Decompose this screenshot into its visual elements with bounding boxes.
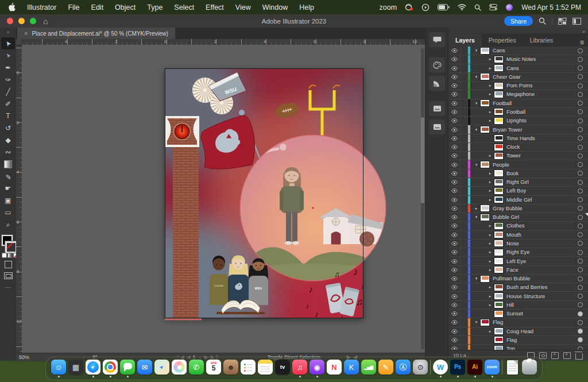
tool-shaper-tool[interactable]: ◆ (1, 134, 15, 146)
target-circle[interactable] (578, 83, 583, 88)
layer-name[interactable]: Clothes (506, 223, 578, 229)
dock-item-calendar[interactable]: 5 APR (206, 360, 221, 377)
expand-tools-icon[interactable]: » (0, 28, 16, 37)
visibility-toggle[interactable] (448, 143, 461, 151)
layer-row-clock[interactable]: Clock (448, 143, 588, 152)
expand-chevron-icon[interactable]: ▸ (486, 259, 494, 264)
layer-row-tower[interactable]: ▸ Tower (448, 152, 588, 160)
layer-thumbnail[interactable] (480, 204, 490, 212)
lock-toggle[interactable] (461, 169, 468, 178)
lock-toggle[interactable] (461, 292, 468, 300)
lock-toggle[interactable] (461, 143, 468, 151)
target-circle[interactable] (578, 320, 583, 325)
visibility-toggle[interactable] (448, 222, 461, 230)
target-circle[interactable] (578, 223, 583, 229)
expand-chevron-icon[interactable]: ▸ (486, 188, 494, 193)
layer-row-sunset[interactable]: Sunset (448, 310, 588, 318)
target-circle[interactable] (578, 241, 583, 246)
visibility-toggle[interactable] (448, 108, 461, 116)
layer-name[interactable]: Right Eye (506, 249, 578, 255)
layer-row-left-boy[interactable]: ▸ Left Boy (448, 187, 588, 195)
close-tab-icon[interactable]: × (24, 30, 28, 37)
lock-toggle[interactable] (461, 108, 468, 116)
target-circle[interactable] (578, 258, 583, 264)
dock-item-notes[interactable] (258, 360, 273, 377)
color-button[interactable] (2, 253, 7, 258)
target-circle[interactable] (578, 276, 583, 281)
layer-row-face[interactable]: ▸ Face (448, 266, 588, 275)
visibility-toggle[interactable] (448, 336, 461, 344)
brushes-panel-button[interactable] (429, 119, 445, 134)
layer-thumbnail[interactable] (494, 179, 504, 186)
layer-thumbnail[interactable] (494, 336, 504, 344)
tool-pen-tool[interactable]: ✒ (1, 61, 15, 74)
layer-name[interactable]: Time Hands (506, 136, 578, 141)
layer-thumbnail[interactable] (494, 187, 504, 195)
target-circle[interactable] (578, 302, 583, 307)
expand-chevron-icon[interactable]: ▸ (486, 223, 494, 228)
expand-chevron-icon[interactable]: ▸ (486, 92, 494, 97)
layer-name[interactable]: Nose (506, 241, 578, 246)
dock-item-music[interactable]: ♫ (292, 360, 307, 377)
minimize-window-button[interactable] (18, 18, 25, 24)
visibility-toggle[interactable] (448, 292, 461, 300)
layer-thumbnail[interactable] (494, 301, 504, 308)
panel-menu-icon[interactable]: ≡ (580, 38, 588, 47)
play-circle-icon[interactable] (421, 3, 430, 11)
target-circle[interactable] (578, 65, 583, 71)
layer-name[interactable]: Cans (493, 48, 578, 53)
layer-thumbnail[interactable] (494, 222, 504, 230)
dock-item-finder[interactable]: ☺ (51, 360, 66, 377)
dock-item-facetime[interactable]: ✆ (189, 360, 204, 377)
layer-name[interactable]: Gray Bubble (493, 206, 578, 211)
dock-item-w-app[interactable]: W (433, 360, 448, 377)
target-circle[interactable] (578, 188, 583, 194)
layer-name[interactable]: Flag (493, 319, 578, 325)
visibility-toggle[interactable] (448, 275, 461, 283)
dock-item-numbers[interactable]: ▂▅▇ (361, 360, 376, 377)
dock-item-illustrator[interactable]: Ai (467, 360, 482, 377)
siri-icon[interactable] (505, 3, 513, 11)
lock-toggle[interactable] (461, 160, 468, 168)
visibility-toggle[interactable] (448, 257, 461, 265)
new-layer-button[interactable] (563, 352, 571, 359)
panel-tab-layers[interactable]: Layers (448, 34, 482, 47)
lock-toggle[interactable] (461, 73, 468, 81)
layer-row-pom-poms[interactable]: ▸ Pom Poms (448, 82, 588, 90)
target-circle[interactable] (578, 101, 583, 106)
target-circle[interactable] (578, 294, 583, 299)
lock-toggle[interactable] (461, 55, 468, 63)
layer-thumbnail[interactable] (480, 319, 490, 326)
layer-name[interactable]: Football (493, 101, 578, 106)
layer-thumbnail[interactable] (480, 275, 490, 283)
layer-row-football[interactable]: ▸ Football (448, 108, 588, 117)
target-circle[interactable] (578, 48, 583, 53)
lock-toggle[interactable] (461, 231, 468, 239)
layer-row-clothes[interactable]: ▸ Clothes (448, 222, 588, 230)
dock-item-news[interactable]: N (327, 360, 342, 377)
target-circle[interactable] (578, 311, 583, 317)
expand-chevron-icon[interactable]: ▸ (486, 180, 494, 184)
layer-row-coug-head[interactable]: ▸ Coug Head (448, 327, 588, 336)
layer-thumbnail[interactable] (494, 56, 504, 63)
layer-name[interactable]: Uprights (506, 118, 578, 124)
tool-hand-tool[interactable]: ☛ (1, 182, 15, 194)
comments-panel-button[interactable] (429, 32, 445, 47)
lock-toggle[interactable] (461, 266, 468, 274)
layer-thumbnail[interactable] (480, 214, 490, 221)
dock-item-photoshop[interactable]: Ps (450, 360, 465, 377)
visibility-toggle[interactable] (448, 90, 461, 98)
layer-thumbnail[interactable] (494, 231, 504, 238)
layer-name[interactable]: Clock (506, 144, 578, 150)
target-circle[interactable] (578, 145, 583, 150)
lock-toggle[interactable] (461, 327, 468, 335)
expand-chevron-icon[interactable]: ▸ (486, 233, 494, 237)
expand-chevron-icon[interactable]: ▾ (473, 163, 480, 167)
tool-lasso-tool[interactable]: ∾ (1, 146, 15, 158)
target-circle[interactable] (578, 232, 583, 237)
target-circle[interactable] (578, 206, 583, 211)
visibility-toggle[interactable] (448, 55, 461, 63)
canvas[interactable]: WSU (22, 45, 425, 353)
workspace-switcher-icon[interactable] (572, 18, 581, 25)
visibility-toggle[interactable] (448, 169, 461, 178)
